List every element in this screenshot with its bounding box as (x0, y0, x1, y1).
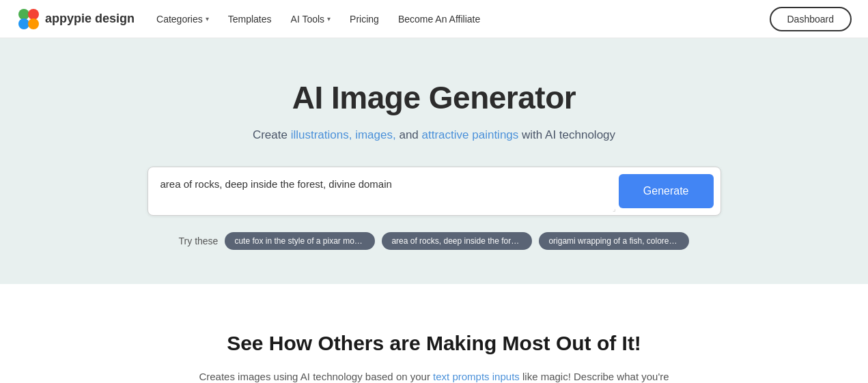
hero-subtitle-highlight1: illustrations, (291, 128, 352, 141)
hero-section: AI Image Generator Create illustrations,… (0, 38, 868, 284)
bottom-title: See How Others are Making Most Out of It… (14, 332, 854, 355)
try-these-label: Try these (179, 236, 219, 246)
svg-point-3 (28, 18, 39, 29)
svg-point-1 (28, 9, 39, 20)
generate-button[interactable]: Generate (619, 174, 714, 208)
logo-text: appypie design (45, 12, 135, 26)
bottom-section: See How Others are Making Most Out of It… (0, 284, 868, 383)
hero-subtitle-highlight2: images, (355, 128, 396, 141)
try-chip-3[interactable]: origami wrapping of a fish, colored pape… (539, 232, 689, 250)
svg-point-0 (18, 9, 29, 20)
nav-item-templates[interactable]: Templates (228, 14, 272, 25)
dashboard-button[interactable]: Dashboard (770, 7, 852, 31)
try-these-row: Try these cute fox in the style of a pix… (148, 232, 721, 250)
search-container: area of rocks, deep inside the forest, d… (148, 167, 721, 216)
try-chip-1[interactable]: cute fox in the style of a pixar movie w… (225, 232, 375, 250)
nav-item-pricing[interactable]: Pricing (350, 14, 379, 25)
hero-subtitle-highlight4: paintings (472, 128, 518, 141)
try-chip-2[interactable]: area of rocks, deep inside the forest, d… (382, 232, 532, 250)
navbar: appypie design Categories ▾ Templates AI… (0, 0, 868, 38)
bottom-highlight1: text prompts inputs (433, 371, 520, 382)
chevron-down-icon: ▾ (327, 15, 331, 23)
hero-subtitle-highlight3: attractive (422, 128, 469, 141)
hero-subtitle: Create illustrations, images, and attrac… (14, 128, 854, 142)
chevron-down-icon: ▾ (206, 15, 209, 23)
svg-point-2 (18, 18, 29, 29)
hero-title: AI Image Generator (14, 79, 854, 116)
prompt-input[interactable]: area of rocks, deep inside the forest, d… (148, 167, 611, 215)
resize-handle: ⌟ (611, 167, 619, 215)
nav-links: Categories ▾ Templates AI Tools ▾ Pricin… (156, 14, 769, 25)
nav-item-ai-tools[interactable]: AI Tools ▾ (291, 14, 331, 25)
logo[interactable]: appypie design (16, 7, 135, 31)
bottom-description: Creates images using AI technology based… (195, 369, 673, 383)
nav-item-affiliate[interactable]: Become An Affiliate (398, 14, 480, 25)
nav-item-categories[interactable]: Categories ▾ (156, 14, 209, 25)
appypie-logo-icon (16, 7, 41, 31)
